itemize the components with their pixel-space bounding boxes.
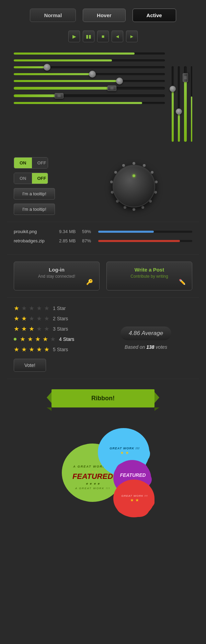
star-2-4: ★ (36, 315, 42, 322)
votes-text: Based on 138 votes (125, 344, 167, 350)
ribbon-tail-right (154, 407, 159, 411)
svg-text:A GREAT WORK !!!: A GREAT WORK !!! (75, 487, 110, 490)
key-icon: 🔑 (86, 279, 93, 285)
star-2-3: ★ (29, 315, 34, 322)
play-button[interactable]: ▶ (68, 31, 80, 42)
toggle-2-on[interactable]: ON (14, 173, 32, 184)
svg-point-4 (154, 191, 157, 194)
toggle-1-on[interactable]: ON (14, 158, 32, 168)
star-5-2: ★ (21, 346, 27, 353)
file-2-name: retrobadges.zip (14, 238, 55, 243)
star-1-1: ★ (14, 304, 19, 312)
star-3-1: ★ (14, 325, 19, 333)
normal-button[interactable]: Normal (30, 9, 76, 22)
star-row-3[interactable]: ★ ★ ★ ★ ★ 3 Stars (14, 325, 89, 333)
sliders-section (0, 49, 206, 152)
svg-text:★ ★ ★ ★: ★ ★ ★ ★ (85, 482, 100, 485)
star-row-2[interactable]: ★ ★ ★ ★ ★ 2 Stars (14, 315, 89, 322)
slider-5[interactable] (14, 80, 165, 82)
slider-2[interactable] (14, 59, 165, 61)
svg-point-0 (133, 162, 135, 165)
knob-area (76, 157, 192, 215)
star-row-5[interactable]: ★ ★ ★ ★ ★ 5 Stars (14, 346, 89, 353)
svg-text:FEATURED: FEATURED (72, 472, 113, 481)
login-subtitle: And stay connected! (20, 274, 93, 279)
hover-button[interactable]: Hover (83, 9, 126, 22)
svg-text:FEATURED: FEATURED (120, 472, 146, 478)
svg-point-13 (122, 164, 125, 167)
vslider-notch-3[interactable] (184, 53, 187, 142)
star-5-5: ★ (44, 346, 49, 353)
slider-notch-6[interactable] (14, 87, 165, 90)
progress-row-1: prouikit.png 9.34 MB 59% (14, 229, 192, 234)
active-row-dot (14, 338, 16, 341)
star-4-label: 4 Stars (59, 336, 74, 342)
slider-3[interactable] (14, 66, 165, 68)
badge-red: GREAT WORK !!! ★ ★ (113, 480, 154, 517)
stop-button[interactable]: ■ (97, 31, 109, 42)
toggles-knob-section: ON OFF ON OFF I'm a tooltip! I'm a toolt… (0, 152, 206, 222)
star-1-3: ★ (29, 304, 34, 312)
toggle-2[interactable]: ON OFF (14, 173, 48, 184)
star-4-2: ★ (27, 335, 33, 343)
file-2-pct: 87% (82, 238, 94, 243)
svg-point-8 (124, 206, 126, 209)
vslider-1[interactable] (172, 53, 174, 142)
knob-indicator (133, 174, 135, 177)
star-row-4[interactable]: ★ ★ ★ ★ ★ 4 Stars (14, 335, 89, 343)
file-1-size: 9.34 MB (59, 229, 78, 234)
ribbon-tail-left (47, 407, 52, 411)
star-row-1[interactable]: ★ ★ ★ ★ ★ 1 Star (14, 304, 89, 312)
svg-point-1 (143, 164, 146, 167)
star-4-1: ★ (20, 335, 25, 343)
svg-text:★ ★: ★ ★ (120, 450, 129, 455)
file-1-pct: 59% (82, 229, 94, 234)
star-2-label: 2 Stars (53, 316, 68, 321)
horizontal-sliders (14, 53, 165, 145)
knob-body[interactable] (113, 165, 155, 207)
button-states-section: Normal Hover Active (0, 0, 206, 27)
slider-8[interactable] (14, 102, 165, 104)
ribbon-section: Ribbon! (0, 379, 206, 418)
media-controls-section: ▶ ▮▮ ■ ◄ ► (0, 27, 206, 49)
slider-notch-7[interactable] (14, 94, 165, 97)
star-5-1: ★ (14, 346, 19, 353)
active-button[interactable]: Active (133, 9, 176, 22)
star-4-4: ★ (43, 335, 48, 343)
star-1-4: ★ (36, 304, 42, 312)
file-1-name: prouikit.png (14, 229, 55, 234)
star-4-3: ★ (35, 335, 41, 343)
toggle-2-off[interactable]: OFF (32, 173, 48, 184)
knob-control[interactable] (106, 159, 161, 214)
star-3-5: ★ (44, 325, 49, 333)
average-badge: 4.86 Average (121, 326, 171, 340)
votes-suffix: votes (156, 344, 167, 350)
svg-point-7 (133, 208, 135, 211)
star-4-5: ★ (50, 335, 56, 343)
tooltip-button-2[interactable]: I'm a tooltip! (14, 204, 55, 215)
star-5-4: ★ (36, 346, 42, 353)
tooltip-button-1[interactable]: I'm a tooltip! (14, 188, 55, 199)
pause-button[interactable]: ▮▮ (83, 31, 94, 42)
average-value: 4.86 Average (129, 330, 163, 336)
write-post-button[interactable]: Write a Post Contribute by writing ✏️ (106, 262, 192, 290)
star-3-2: ★ (21, 325, 27, 333)
stars-left: ★ ★ ★ ★ ★ 1 Star ★ ★ ★ ★ ★ 2 Stars ★ ★ ★… (14, 304, 89, 372)
prev-button[interactable]: ◄ (112, 31, 123, 42)
toggle-1[interactable]: ON OFF (14, 157, 48, 169)
slider-4[interactable] (14, 73, 165, 75)
slider-1[interactable] (14, 53, 165, 55)
progress-fill-1 (98, 231, 154, 233)
vslider-2[interactable] (178, 53, 180, 142)
toggles-area: ON OFF ON OFF I'm a tooltip! I'm a toolt… (14, 157, 69, 215)
badges-section: A GREAT WORK !!! ☆ ☆ ☆ FEATURED ★ ★ ★ ★ … (0, 418, 206, 531)
progress-fill-2 (98, 240, 180, 242)
vslider-4[interactable] (191, 53, 192, 142)
next-button[interactable]: ► (126, 31, 138, 42)
vote-button[interactable]: Vote! (14, 359, 46, 372)
star-3-4: ★ (36, 325, 42, 333)
toggle-1-off[interactable]: OFF (32, 158, 48, 168)
progress-bar-2 (98, 240, 192, 242)
write-post-title: Write a Post (113, 267, 186, 273)
login-button[interactable]: Log-in And stay connected! 🔑 (14, 262, 100, 290)
